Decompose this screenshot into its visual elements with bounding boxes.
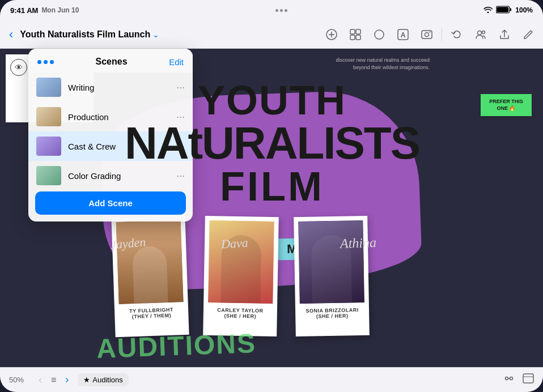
svg-point-10 xyxy=(375,30,384,39)
sticky-note: PREFER THIS ONE 🔥 xyxy=(481,94,532,116)
polaroid-img-3 xyxy=(298,220,364,304)
thumbnail-view-icon[interactable] xyxy=(523,373,534,387)
star-icon: ★ xyxy=(83,376,90,384)
zoom-level: 50% xyxy=(9,376,29,384)
document-title-area: Youth Naturalists Film Launch ⌄ xyxy=(20,29,319,40)
svg-point-18 xyxy=(506,377,508,380)
person3-name: SONIA BRIZZOLARI (SHE / HER) xyxy=(300,307,364,319)
scenes-dot-3 xyxy=(50,60,54,64)
discover-text: discover new natural realms and succeed … xyxy=(328,57,430,71)
history-tool[interactable] xyxy=(449,27,465,42)
scene-thumb-color xyxy=(36,166,61,185)
svg-text:A: A xyxy=(401,31,406,39)
svg-point-15 xyxy=(430,31,431,32)
scene-thumb-production xyxy=(36,107,61,126)
starred-page-button[interactable]: ★ Auditions xyxy=(78,373,128,386)
person2-name: CARLEY TAYLOR (SHE / HER) xyxy=(208,307,273,319)
signature-dava: Dava xyxy=(220,236,248,252)
polaroid-2: CARLEY TAYLOR (SHE / HER) xyxy=(203,216,279,336)
back-button[interactable]: ‹ xyxy=(7,25,15,44)
list-view-icon[interactable]: ≡ xyxy=(51,375,56,385)
polaroid-1: TY FULLBRIGHT (THEY / THEM) xyxy=(111,215,189,337)
svg-rect-21 xyxy=(523,374,533,383)
canvas-document-title: YOUTH NAtURALISTS FILM xyxy=(113,80,431,207)
bottom-right-icons xyxy=(503,373,534,387)
signature-jayden: Jayden xyxy=(110,235,146,252)
bottom-bar: 50% ‹ ≡ › ★ Auditions xyxy=(0,367,543,392)
document-title: Youth Naturalists Film Launch xyxy=(20,29,150,40)
svg-rect-2 xyxy=(510,8,512,11)
signature-athina: Athina xyxy=(340,235,377,252)
svg-point-16 xyxy=(478,31,482,35)
scene-thumb-cast xyxy=(36,137,61,156)
polaroid-img-2 xyxy=(208,220,274,304)
scenes-dot-2 xyxy=(44,60,48,64)
status-bar: 9:41 AM Mon Jun 10 100% xyxy=(0,0,543,20)
svg-rect-1 xyxy=(497,7,508,12)
date-display: Mon Jun 10 xyxy=(41,6,79,14)
svg-rect-8 xyxy=(350,35,355,40)
person1-name: TY FULLBRIGHT (THEY / THEM) xyxy=(119,306,184,320)
collaborators-tool[interactable] xyxy=(473,27,489,42)
svg-rect-6 xyxy=(350,29,355,34)
scenes-dots xyxy=(37,60,54,64)
status-bar-right: 100% xyxy=(483,6,533,15)
polaroid-3: SONIA BRIZZOLARI (SHE / HER) xyxy=(294,216,370,336)
svg-point-17 xyxy=(482,31,485,33)
title-naturalists: NAtURALISTS xyxy=(113,121,431,166)
edit-tool[interactable] xyxy=(520,27,536,42)
prev-page-button[interactable]: ‹ xyxy=(36,372,44,388)
eye-graphic: 👁 xyxy=(10,59,27,76)
title-chevron-icon[interactable]: ⌄ xyxy=(152,30,159,39)
shapes-tool[interactable] xyxy=(371,27,387,42)
next-page-button[interactable]: › xyxy=(63,372,71,388)
time-display: 9:41 AM xyxy=(10,6,38,15)
title-film: FILM xyxy=(113,166,431,207)
toolbar-tools-left: A xyxy=(324,27,435,42)
polaroid-photos-area: TY FULLBRIGHT (THEY / THEM) CARLEY TAYLO xyxy=(102,216,543,336)
title-youth: YOUTH xyxy=(113,80,431,121)
battery-percent: 100% xyxy=(515,6,533,14)
add-shape-tool[interactable] xyxy=(324,27,340,42)
svg-point-14 xyxy=(425,32,429,36)
photo-tool[interactable] xyxy=(419,27,435,42)
scene-thumb-writing xyxy=(36,78,61,97)
toolbar-divider xyxy=(442,28,442,41)
status-bar-left: 9:41 AM Mon Jun 10 xyxy=(10,6,79,15)
star-label: Auditions xyxy=(92,376,122,384)
text-tool[interactable]: A xyxy=(395,27,411,42)
svg-point-19 xyxy=(510,377,513,380)
scenes-dot-1 xyxy=(37,60,41,64)
app-toolbar: ‹ Youth Naturalists Film Launch ⌄ A xyxy=(0,20,543,49)
present-icon[interactable] xyxy=(503,373,515,387)
layout-tool[interactable] xyxy=(347,27,363,42)
battery-icon xyxy=(496,6,512,15)
graffiti-text: AUDITIONS xyxy=(96,327,257,364)
scenes-panel-title: Scenes xyxy=(96,57,128,67)
svg-rect-9 xyxy=(356,35,360,40)
center-dots xyxy=(275,9,287,12)
share-tool[interactable] xyxy=(497,27,512,42)
svg-rect-7 xyxy=(356,29,360,34)
scenes-header: Scenes Edit xyxy=(28,49,193,73)
ipad-frame: 9:41 AM Mon Jun 10 100% ‹ Youth Naturali… xyxy=(0,0,543,392)
scenes-edit-button[interactable]: Edit xyxy=(169,57,184,67)
wifi-icon xyxy=(483,6,493,15)
toolbar-tools-right xyxy=(449,27,536,42)
polaroid-img-1 xyxy=(116,220,184,304)
